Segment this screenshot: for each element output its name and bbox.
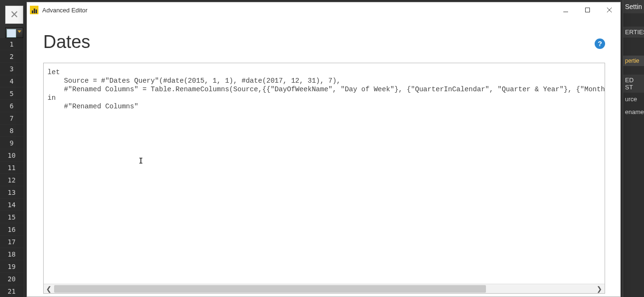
minimize-button[interactable]	[555, 2, 577, 18]
gutter-line-number: 4	[0, 75, 23, 87]
scroll-right-button[interactable]: ❯	[594, 284, 605, 294]
maximize-button[interactable]	[577, 2, 598, 18]
gutter-line-number: 15	[0, 211, 23, 223]
bg-line-gutter: 123456789101112131415161718192021	[0, 38, 23, 297]
text-caret-icon: I	[139, 156, 143, 165]
gutter-line-number: 11	[0, 162, 23, 174]
scroll-left-button[interactable]: ❮	[44, 284, 54, 294]
code-editor-container: let Source = #"Dates Query"(#date(2015, …	[43, 63, 605, 294]
scrollbar-thumb[interactable]	[54, 285, 486, 293]
gutter-line-number: 7	[0, 112, 23, 125]
page-title: Dates	[43, 32, 90, 52]
scrollbar-track[interactable]	[54, 284, 594, 294]
bg-properties-link[interactable]: pertie	[623, 56, 644, 66]
gutter-line-number: 6	[0, 100, 23, 112]
bg-step-renamed[interactable]: ename	[623, 105, 644, 118]
gutter-line-number: 16	[0, 223, 23, 236]
gutter-line-number: 14	[0, 199, 23, 211]
gutter-line-number: 3	[0, 63, 23, 75]
maximize-icon	[585, 7, 590, 13]
close-icon	[607, 7, 612, 13]
gutter-line-number: 17	[0, 236, 23, 248]
gutter-line-number: 18	[0, 248, 23, 260]
bg-step-source[interactable]: urce	[623, 93, 644, 105]
gutter-line-number: 13	[0, 186, 23, 199]
bg-table-dropdown[interactable]	[5, 28, 23, 38]
dialog-body: Dates ? let Source = #"Dates Query"(#dat…	[27, 18, 620, 297]
gutter-line-number: 1	[0, 38, 23, 50]
powerbi-icon	[30, 6, 38, 14]
bg-close-tab-button[interactable]: ✕	[5, 6, 23, 24]
bg-settings-header: Settin	[623, 0, 644, 13]
titlebar[interactable]: Advanced Editor	[27, 2, 620, 18]
code-editor[interactable]: let Source = #"Dates Query"(#date(2015, …	[44, 63, 605, 284]
gutter-line-number: 8	[0, 125, 23, 137]
minimize-icon	[563, 7, 569, 13]
horizontal-scrollbar[interactable]: ❮ ❯	[44, 284, 605, 293]
gutter-line-number: 10	[0, 149, 23, 162]
advanced-editor-dialog: Advanced Editor Dates ? let Source = #"D…	[27, 2, 621, 297]
bg-right-panel: Settin ERTIES pertie ED ST urce ename	[623, 0, 644, 297]
gutter-line-number: 19	[0, 260, 23, 273]
gutter-line-number: 5	[0, 87, 23, 100]
code-text[interactable]: let Source = #"Dates Query"(#date(2015, …	[44, 63, 605, 115]
gutter-line-number: 2	[0, 50, 23, 63]
gutter-line-number: 12	[0, 174, 23, 186]
gutter-line-number: 21	[0, 285, 23, 297]
bg-properties-header: ERTIES	[623, 27, 644, 38]
gutter-line-number: 9	[0, 137, 23, 149]
gutter-line-number: 20	[0, 273, 23, 285]
close-button[interactable]	[598, 2, 620, 18]
help-button[interactable]: ?	[595, 38, 605, 49]
bg-applied-steps-header: ED ST	[623, 75, 644, 93]
window-title: Advanced Editor	[42, 7, 87, 14]
svg-rect-1	[586, 8, 590, 12]
